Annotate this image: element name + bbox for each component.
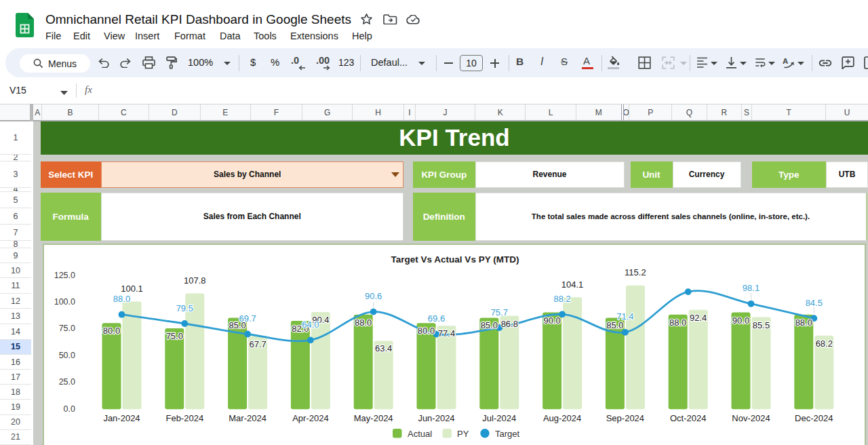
- svg-text:Aug-2024: Aug-2024: [543, 413, 581, 423]
- svg-text:90.6: 90.6: [365, 291, 382, 301]
- svg-text:Target: Target: [495, 429, 520, 439]
- svg-text:Sep-2024: Sep-2024: [606, 413, 644, 423]
- svg-text:88.0: 88.0: [669, 317, 686, 328]
- svg-text:75.0: 75.0: [59, 324, 75, 333]
- svg-text:25.0: 25.0: [59, 377, 75, 387]
- svg-text:69.6: 69.6: [428, 313, 445, 324]
- svg-text:0.0: 0.0: [64, 404, 75, 414]
- svg-text:107.8: 107.8: [184, 275, 206, 286]
- svg-text:Actual: Actual: [408, 429, 432, 439]
- svg-text:Jan-2024: Jan-2024: [103, 413, 140, 423]
- svg-text:PY: PY: [457, 429, 469, 439]
- svg-text:50.0: 50.0: [59, 351, 75, 360]
- svg-text:68.2: 68.2: [816, 338, 833, 349]
- svg-text:88.2: 88.2: [553, 294, 570, 304]
- svg-text:79.5: 79.5: [176, 303, 193, 313]
- svg-text:Oct-2024: Oct-2024: [670, 413, 706, 423]
- svg-text:86.8: 86.8: [501, 319, 518, 329]
- svg-text:100.1: 100.1: [121, 284, 143, 294]
- svg-text:115.2: 115.2: [625, 267, 646, 277]
- svg-text:90.0: 90.0: [732, 315, 749, 326]
- svg-text:69.7: 69.7: [239, 313, 256, 324]
- svg-text:104.1: 104.1: [561, 279, 584, 290]
- svg-text:Target Vs Actual Vs PY (MTD): Target Vs Actual Vs PY (MTD): [391, 254, 519, 265]
- svg-text:84.5: 84.5: [806, 298, 823, 308]
- svg-text:125.0: 125.0: [54, 271, 75, 280]
- svg-text:80.0: 80.0: [418, 326, 435, 336]
- svg-text:85.0: 85.0: [606, 320, 623, 330]
- svg-text:63.4: 63.4: [375, 343, 392, 353]
- svg-text:75.7: 75.7: [491, 307, 508, 317]
- svg-text:88.0: 88.0: [795, 317, 812, 328]
- svg-text:88.0: 88.0: [355, 317, 372, 328]
- svg-text:Nov-2024: Nov-2024: [732, 413, 770, 423]
- svg-text:77.4: 77.4: [438, 328, 455, 338]
- svg-text:92.4: 92.4: [690, 313, 707, 323]
- svg-text:80.0: 80.0: [103, 326, 120, 336]
- svg-text:Feb-2024: Feb-2024: [165, 413, 203, 423]
- svg-text:Jul-2024: Jul-2024: [482, 413, 516, 423]
- svg-text:90.0: 90.0: [543, 315, 560, 326]
- svg-text:64.0: 64.0: [302, 320, 319, 330]
- svg-text:88.0: 88.0: [113, 294, 130, 304]
- svg-text:May-2024: May-2024: [354, 413, 393, 423]
- svg-text:98.1: 98.1: [743, 283, 760, 293]
- svg-text:100.0: 100.0: [54, 297, 75, 307]
- svg-text:Mar-2024: Mar-2024: [229, 413, 267, 423]
- svg-text:75.0: 75.0: [166, 331, 183, 341]
- svg-text:85.0: 85.0: [481, 320, 498, 330]
- svg-text:85.5: 85.5: [753, 320, 770, 330]
- svg-text:Dec-2024: Dec-2024: [795, 413, 833, 423]
- svg-text:71.4: 71.4: [616, 311, 633, 322]
- svg-text:Apr-2024: Apr-2024: [292, 413, 328, 423]
- svg-text:Jun-2024: Jun-2024: [418, 413, 454, 423]
- svg-text:67.7: 67.7: [249, 339, 266, 349]
